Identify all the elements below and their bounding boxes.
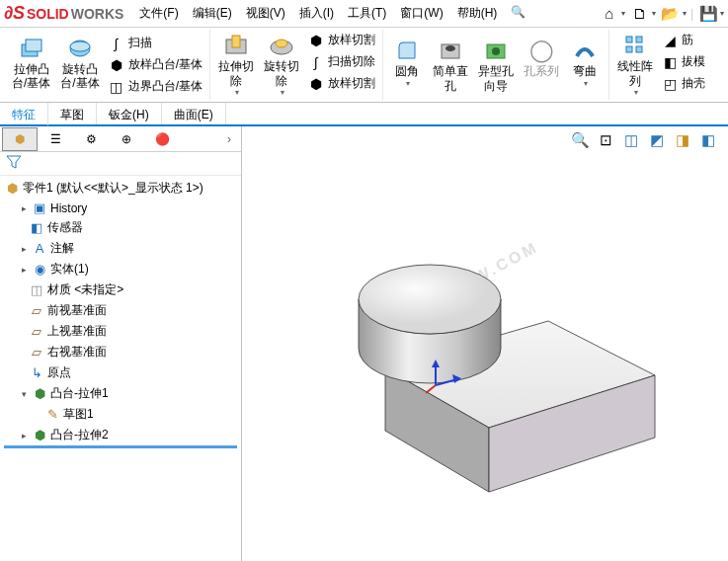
property-icon: ☰ (50, 132, 61, 146)
tree-bodies[interactable]: ▸◉实体(1) (0, 259, 241, 280)
fillet-button[interactable]: 圆角▾ (387, 35, 427, 95)
svg-rect-5 (232, 36, 240, 47)
config-icon: ⚙ (86, 132, 97, 146)
extrude-cut-button[interactable]: 拉伸切 除▾ (214, 30, 258, 99)
tree-front-plane[interactable]: ▱前视基准面 (0, 300, 241, 321)
tree-material[interactable]: ◫材质 <未指定> (0, 280, 241, 300)
revolve-icon (64, 35, 96, 62)
bend-icon (569, 37, 601, 64)
boundary-button[interactable]: ◫边界凸台/基体 (106, 76, 205, 97)
hole-series-icon: ◯ (526, 37, 557, 64)
model-3d (242, 126, 726, 561)
menu-search-icon[interactable]: 🔍 (505, 2, 531, 25)
bodies-icon: ◉ (32, 262, 47, 277)
tree-material-label: 材质 <未指定> (47, 281, 123, 298)
sweep-cut-icon: ∫ (308, 54, 324, 70)
logo-text-works: WORKS (71, 6, 124, 22)
sketch-icon: ✎ (44, 407, 60, 422)
loft-cut2-button[interactable]: ⬢放样切割 (305, 73, 378, 94)
property-tab[interactable]: ☰ (38, 127, 73, 151)
save-icon[interactable]: 💾 (697, 3, 719, 25)
menu-tools[interactable]: 工具(T) (342, 2, 392, 25)
svg-rect-12 (626, 37, 632, 42)
collapse-icon[interactable]: ▾ (19, 389, 29, 399)
tab-sketch[interactable]: 草图 (48, 103, 97, 124)
revolve-cut-icon (266, 32, 297, 59)
feature-tree-tab[interactable]: ⬢ (2, 127, 38, 151)
expand-icon[interactable]: ▸ (19, 265, 29, 275)
panel-more-button[interactable]: › (219, 132, 239, 146)
expand-icon[interactable]: ▸ (19, 244, 29, 254)
tab-feature[interactable]: 特征 (0, 103, 48, 126)
revolve-cut-button[interactable]: 旋转切 除▾ (260, 30, 303, 99)
config-tab[interactable]: ⚙ (73, 127, 109, 151)
svg-point-9 (445, 45, 455, 51)
tree-top-plane[interactable]: ▱上视基准面 (0, 321, 241, 342)
menu-edit[interactable]: 编辑(E) (187, 2, 238, 25)
plane-icon: ▱ (29, 324, 44, 339)
extrude-cut-icon (220, 32, 252, 59)
graphics-viewport[interactable]: 🔍 ⊡ ◫ ◩ ◨ ◧ 软件自学网 WWW.RJZXW.COM (242, 126, 728, 561)
extrude-boss-button[interactable]: 拉伸凸 台/基体 (8, 33, 54, 97)
menu-insert[interactable]: 插入(I) (293, 2, 340, 25)
home-icon[interactable]: ⌂ (599, 3, 620, 25)
expand-icon[interactable]: ▸ (19, 431, 29, 441)
loft-button[interactable]: ⬢放样凸台/基体 (106, 54, 205, 75)
annotations-icon: A (32, 241, 47, 256)
logo-d-icon: ∂S (4, 3, 25, 24)
new-document-icon[interactable]: 🗋 (629, 3, 651, 25)
simple-hole-label: 简单直 孔 (433, 64, 468, 93)
extrude-feature-icon: ⬢ (32, 386, 47, 401)
tree-rollback-bar[interactable] (4, 445, 237, 448)
simple-hole-button[interactable]: 简单直 孔 (429, 35, 472, 95)
tree-annotations[interactable]: ▸A注解 (0, 238, 241, 259)
tree-root[interactable]: ⬢零件1 (默认<<默认>_显示状态 1>) (0, 178, 241, 199)
origin-icon: ↳ (29, 365, 44, 380)
draft-button[interactable]: ◧拔模 (659, 51, 708, 72)
tree-extrude2[interactable]: ▸⬢凸台-拉伸2 (0, 425, 241, 445)
rib-icon: ◢ (662, 33, 678, 48)
sweep-label: 扫描 (128, 35, 152, 51)
extrude-cut-label: 拉伸切 除 (218, 59, 254, 88)
sweep-button[interactable]: ∫扫描 (106, 33, 205, 53)
dimxpert-tab[interactable]: ⊕ (109, 127, 144, 151)
main-menu: 文件(F) 编辑(E) 视图(V) 插入(I) 工具(T) 窗口(W) 帮助(H… (133, 2, 531, 25)
tree-sensors[interactable]: ◧传感器 (0, 217, 241, 238)
sweep-cut-button[interactable]: ∫扫描切除 (305, 51, 378, 72)
tree-right-plane[interactable]: ▱右视基准面 (0, 342, 241, 362)
tree-history[interactable]: ▸▣History (0, 199, 241, 217)
tree-sketch1[interactable]: ✎草图1 (0, 404, 241, 425)
top-menu-bar: ∂S SOLIDWORKS 文件(F) 编辑(E) 视图(V) 插入(I) 工具… (0, 0, 728, 28)
tree-extrude1[interactable]: ▾⬢凸台-拉伸1 (0, 383, 241, 404)
open-document-icon[interactable]: 📂 (660, 3, 682, 25)
revolve-boss-button[interactable]: 旋转凸 台/基体 (56, 33, 103, 97)
tree-origin[interactable]: ↳原点 (0, 362, 241, 383)
menu-view[interactable]: 视图(V) (240, 2, 291, 25)
quick-access-toolbar: ⌂▾ 🗋▾ 📂▾ | 💾▾ (599, 3, 724, 25)
menu-window[interactable]: 窗口(W) (394, 2, 448, 25)
feature-tree: ⬢零件1 (默认<<默认>_显示状态 1>) ▸▣History ◧传感器 ▸A… (0, 176, 241, 561)
menu-help[interactable]: 帮助(H) (451, 2, 504, 25)
boundary-label: 边界凸台/基体 (128, 78, 202, 95)
tab-surface[interactable]: 曲面(E) (162, 103, 226, 124)
linear-pattern-button[interactable]: 线性阵 列▾ (613, 30, 657, 99)
loft-cut-label: 放样切割 (328, 32, 375, 48)
loft-cut-button[interactable]: ⬢放样切割 (305, 30, 378, 50)
expand-icon[interactable]: ▸ (19, 203, 29, 213)
filter-icon[interactable] (6, 155, 22, 169)
draft-label: 拔模 (682, 53, 705, 70)
appearance-tab[interactable]: 🔴 (144, 127, 180, 151)
bend-label: 弯曲 (573, 64, 597, 78)
sweep-icon: ∫ (109, 36, 124, 51)
tab-sheetmetal[interactable]: 钣金(H) (97, 103, 162, 124)
revolve-label: 旋转凸 台/基体 (60, 62, 99, 91)
bend-button[interactable]: 弯曲▾ (565, 35, 605, 95)
main-area: ⬢ ☰ ⚙ ⊕ 🔴 › ⬢零件1 (默认<<默认>_显示状态 1>) ▸▣His… (0, 126, 728, 561)
shell-button[interactable]: ◰抽壳 (659, 73, 708, 94)
origin-triad-icon (426, 360, 461, 395)
plane-icon: ▱ (29, 345, 44, 360)
rib-button[interactable]: ◢筋 (659, 30, 708, 50)
menu-file[interactable]: 文件(F) (133, 2, 184, 25)
hole-wizard-button[interactable]: 异型孔 向导 (474, 35, 518, 95)
boundary-icon: ◫ (109, 79, 124, 95)
